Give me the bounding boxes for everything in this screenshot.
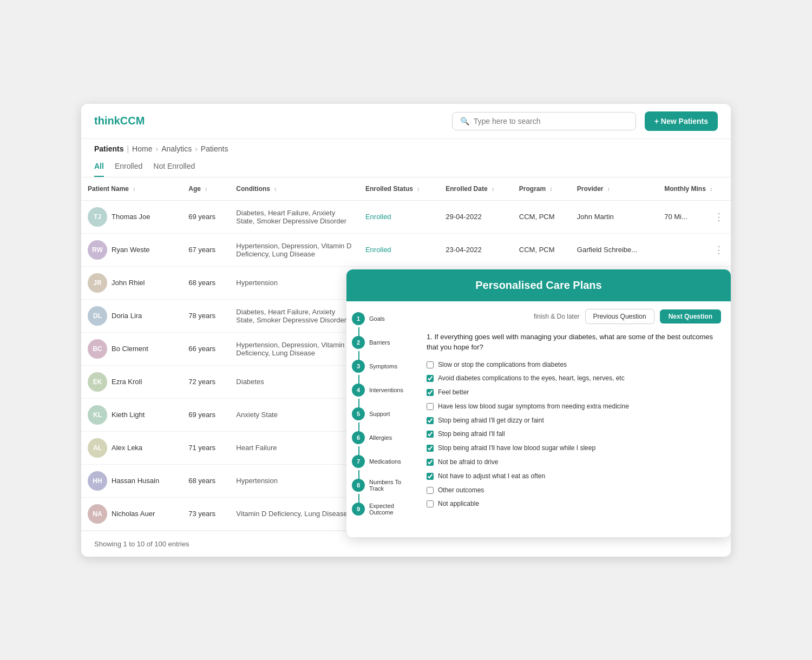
option-label: Not have to adjust what I eat as often [438,472,545,481]
option-label: Stop being afraid I'll get dizzy or fain… [438,416,544,425]
search-input[interactable] [474,117,628,126]
breadcrumb-home[interactable]: Home [132,144,152,153]
step-item[interactable]: 8 Numbers To Track [352,479,411,492]
patient-age: 69 years [182,200,230,233]
option-checkbox[interactable] [427,403,434,410]
avatar: DL [88,306,107,326]
option-checkbox[interactable] [427,361,434,368]
tabs-row: All Enrolled Not Enrolled [81,153,731,177]
patient-name-cell: HH Hassan Husain [81,464,182,497]
option-checkbox[interactable] [427,417,434,424]
option-checkbox[interactable] [427,445,434,452]
option-checkbox[interactable] [427,500,434,507]
option-label: Stop being afraid I'll have low blood su… [438,444,595,453]
option-label: Not applicable [438,499,479,509]
step-item[interactable]: 1 Goals [352,312,411,325]
patient-name-cell: BC Bo Clement [81,332,182,365]
patient-enrolled-date: 29-04-2022 [439,200,513,233]
step-item[interactable]: 6 Allergies [352,431,411,444]
breadcrumb-patients[interactable]: Patients [201,144,228,153]
steps-sidebar: 1 Goals 2 Barriers 3 Symptoms 4 Interven… [346,301,417,537]
step-item[interactable]: 2 Barriers [352,336,411,349]
step-label: Interventions [369,387,403,393]
step-item[interactable]: 4 Interventions [352,384,411,397]
option-checkbox[interactable] [427,431,434,438]
step-label: Expected Outcome [369,503,411,516]
care-plan-body: 1 Goals 2 Barriers 3 Symptoms 4 Interven… [346,301,731,537]
app-container: thinkCCM 🔍 + New Patients Patients | Hom… [81,104,731,557]
avatar: HH [88,471,107,491]
table-row: RW Ryan Weste 67 years Hypertension, Dep… [81,233,731,266]
patient-monthly-mins: 70 Mi... ⋮ [658,200,731,233]
patient-age: 71 years [182,431,230,464]
row-more-button[interactable]: ⋮ [714,244,724,256]
step-circle: 5 [352,407,365,420]
new-patients-button[interactable]: + New Patients [645,111,718,131]
patient-age: 66 years [182,332,230,365]
search-bar[interactable]: 🔍 [452,112,636,130]
step-item[interactable]: 5 Support [352,407,411,420]
patient-name: Nicholas Auer [112,510,155,518]
step-circle: 6 [352,431,365,444]
step-circle: 3 [352,360,365,373]
option-label: Stop being afraid I'll fall [438,430,505,439]
step-item[interactable]: 7 Medications [352,455,411,468]
patient-conditions: Vitamin D Deficiency, Lung Disease [230,497,359,530]
col-header-mins: Monthly Mins ↕ [658,177,731,201]
patient-age: 67 years [182,233,230,266]
avatar: RW [88,240,107,260]
option-row: Feel better [427,388,721,397]
step-circle: 8 [352,479,365,492]
step-label: Symptoms [369,363,397,369]
col-header-name: Patient Name ↕ [81,177,182,201]
patient-name: Ryan Weste [112,246,150,254]
option-checkbox[interactable] [427,487,434,494]
step-item[interactable]: 3 Symptoms [352,360,411,373]
care-plan-title: Personalised Care Plans [346,269,731,301]
option-checkbox[interactable] [427,375,434,382]
col-header-provider: Provider ↕ [571,177,658,201]
option-row: Stop being afraid I'll get dizzy or fain… [427,416,721,425]
options-container: Slow or stop the complications from diab… [427,360,721,509]
patient-age: 68 years [182,266,230,299]
patient-name-cell: TJ Thomas Joe [81,200,182,233]
patient-name-cell: EK Ezra Kroll [81,365,182,398]
patient-name-cell: AL Alex Leka [81,431,182,464]
breadcrumb-analytics[interactable]: Analytics [161,144,192,153]
table-row: TJ Thomas Joe 69 years Diabetes, Heart F… [81,200,731,233]
patient-name: Bo Clement [112,345,148,353]
finish-later-label: finish & Do later [534,313,580,320]
patient-conditions: Diabetes, Heart Failure, Anxiety State, … [230,299,359,332]
logo: thinkCCM [94,115,145,127]
option-row: Not be afraid to drive [427,458,721,467]
tab-not-enrolled[interactable]: Not Enrolled [153,159,195,177]
patient-name: Hassan Husain [112,477,159,485]
patient-age: 78 years [182,299,230,332]
avatar: TJ [88,207,107,227]
tab-all[interactable]: All [94,159,104,177]
step-item[interactable]: 9 Expected Outcome [352,503,411,516]
step-label: Barriers [369,339,390,346]
option-checkbox[interactable] [427,389,434,396]
patient-name-cell: NA Nicholas Auer [81,497,182,530]
option-row: Slow or stop the complications from diab… [427,360,721,369]
option-row: Stop being afraid I'll fall [427,430,721,439]
nav-row: finish & Do later Previous Question Next… [427,309,721,324]
patient-name-cell: KL Kieth Light [81,398,182,431]
option-row: Stop being afraid I'll have low blood su… [427,444,721,453]
patient-program: CCM, PCM [513,233,571,266]
option-row: Have less low blood sugar symptoms from … [427,402,721,411]
option-label: Slow or stop the complications from diab… [438,360,567,369]
next-question-button[interactable]: Next Question [660,309,721,324]
prev-question-button[interactable]: Previous Question [585,309,654,324]
questions-area: finish & Do later Previous Question Next… [417,301,731,529]
patient-conditions: Hypertension [230,464,359,497]
avatar: AL [88,438,107,458]
patient-name-cell: JR John Rhiel [81,266,182,299]
care-plan-modal: Personalised Care Plans 1 Goals 2 Barrie… [346,269,731,537]
option-checkbox[interactable] [427,459,434,466]
option-checkbox[interactable] [427,473,434,480]
row-more-button[interactable]: ⋮ [714,211,724,223]
col-header-program: Program ↕ [513,177,571,201]
tab-enrolled[interactable]: Enrolled [115,159,142,177]
